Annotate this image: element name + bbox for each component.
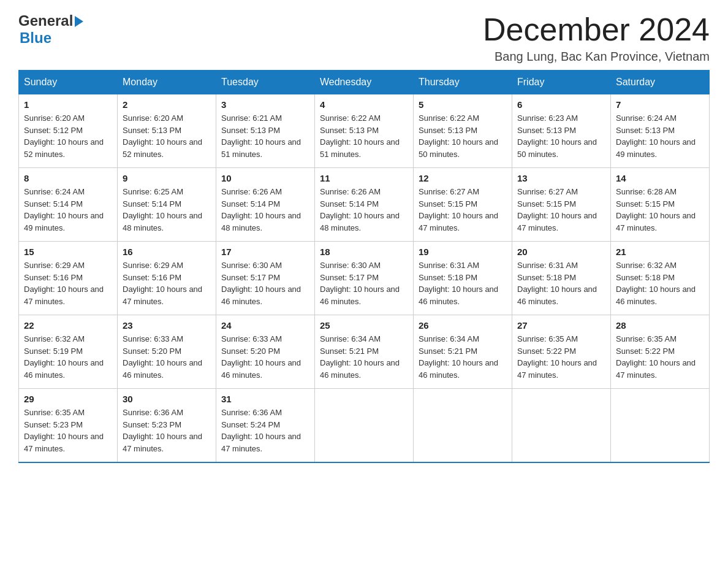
day-number: 28 xyxy=(616,320,704,331)
day-info: Sunrise: 6:35 AMSunset: 5:22 PMDaylight:… xyxy=(616,334,696,380)
calendar-week-row: 1 Sunrise: 6:20 AMSunset: 5:12 PMDayligh… xyxy=(19,94,710,168)
calendar-cell: 23 Sunrise: 6:33 AMSunset: 5:20 PMDaylig… xyxy=(118,315,216,389)
day-info: Sunrise: 6:31 AMSunset: 5:18 PMDaylight:… xyxy=(517,261,597,306)
day-info: Sunrise: 6:21 AMSunset: 5:13 PMDaylight:… xyxy=(221,113,301,159)
day-info: Sunrise: 6:30 AMSunset: 5:17 PMDaylight:… xyxy=(320,261,400,306)
day-info: Sunrise: 6:26 AMSunset: 5:14 PMDaylight:… xyxy=(320,187,400,232)
col-friday: Friday xyxy=(512,71,611,94)
calendar-cell: 18 Sunrise: 6:30 AMSunset: 5:17 PMDaylig… xyxy=(315,242,414,315)
day-info: Sunrise: 6:33 AMSunset: 5:20 PMDaylight:… xyxy=(221,334,301,380)
day-info: Sunrise: 6:22 AMSunset: 5:13 PMDaylight:… xyxy=(419,113,498,159)
header-row: Sunday Monday Tuesday Wednesday Thursday… xyxy=(19,71,710,94)
calendar-cell: 13 Sunrise: 6:27 AMSunset: 5:15 PMDaylig… xyxy=(512,168,611,242)
calendar-cell: 16 Sunrise: 6:29 AMSunset: 5:16 PMDaylig… xyxy=(118,242,216,315)
day-info: Sunrise: 6:27 AMSunset: 5:15 PMDaylight:… xyxy=(517,187,597,232)
logo-general-text: General xyxy=(18,12,73,29)
calendar-week-row: 8 Sunrise: 6:24 AMSunset: 5:14 PMDayligh… xyxy=(19,168,710,242)
day-number: 17 xyxy=(221,247,309,257)
day-info: Sunrise: 6:20 AMSunset: 5:13 PMDaylight:… xyxy=(123,113,202,159)
calendar-cell: 1 Sunrise: 6:20 AMSunset: 5:12 PMDayligh… xyxy=(19,94,118,168)
day-number: 20 xyxy=(517,247,605,257)
day-info: Sunrise: 6:24 AMSunset: 5:13 PMDaylight:… xyxy=(616,113,696,159)
day-number: 11 xyxy=(320,173,408,183)
day-number: 1 xyxy=(24,99,112,110)
day-info: Sunrise: 6:23 AMSunset: 5:13 PMDaylight:… xyxy=(517,113,597,159)
calendar-cell: 8 Sunrise: 6:24 AMSunset: 5:14 PMDayligh… xyxy=(19,168,118,242)
day-info: Sunrise: 6:31 AMSunset: 5:18 PMDaylight:… xyxy=(419,261,498,306)
calendar-cell: 26 Sunrise: 6:34 AMSunset: 5:21 PMDaylig… xyxy=(414,315,512,389)
title-area: December 2024 Bang Lung, Bac Kan Provinc… xyxy=(483,12,710,64)
day-info: Sunrise: 6:28 AMSunset: 5:15 PMDaylight:… xyxy=(616,187,696,232)
day-number: 9 xyxy=(123,173,211,183)
logo-triangle-icon xyxy=(75,16,83,27)
day-number: 16 xyxy=(123,247,211,257)
day-number: 26 xyxy=(419,320,507,331)
calendar-cell: 24 Sunrise: 6:33 AMSunset: 5:20 PMDaylig… xyxy=(216,315,315,389)
day-info: Sunrise: 6:35 AMSunset: 5:23 PMDaylight:… xyxy=(24,408,104,453)
day-number: 13 xyxy=(517,173,605,183)
col-wednesday: Wednesday xyxy=(315,71,414,94)
day-info: Sunrise: 6:27 AMSunset: 5:15 PMDaylight:… xyxy=(419,187,498,232)
day-number: 6 xyxy=(517,99,605,110)
day-number: 7 xyxy=(616,99,704,110)
calendar-cell: 30 Sunrise: 6:36 AMSunset: 5:23 PMDaylig… xyxy=(118,389,216,463)
col-saturday: Saturday xyxy=(611,71,710,94)
calendar-cell: 27 Sunrise: 6:35 AMSunset: 5:22 PMDaylig… xyxy=(512,315,611,389)
col-thursday: Thursday xyxy=(414,71,512,94)
logo-blue-text: Blue xyxy=(20,29,51,47)
calendar-cell: 6 Sunrise: 6:23 AMSunset: 5:13 PMDayligh… xyxy=(512,94,611,168)
calendar-cell: 3 Sunrise: 6:21 AMSunset: 5:13 PMDayligh… xyxy=(216,94,315,168)
calendar-cell: 11 Sunrise: 6:26 AMSunset: 5:14 PMDaylig… xyxy=(315,168,414,242)
month-title: December 2024 xyxy=(483,12,710,47)
day-number: 31 xyxy=(221,394,309,404)
day-number: 27 xyxy=(517,320,605,331)
day-number: 10 xyxy=(221,173,309,183)
day-number: 14 xyxy=(616,173,704,183)
day-info: Sunrise: 6:32 AMSunset: 5:19 PMDaylight:… xyxy=(24,334,104,380)
day-number: 21 xyxy=(616,247,704,257)
calendar-cell xyxy=(611,389,710,463)
calendar-cell: 22 Sunrise: 6:32 AMSunset: 5:19 PMDaylig… xyxy=(19,315,118,389)
day-info: Sunrise: 6:33 AMSunset: 5:20 PMDaylight:… xyxy=(123,334,202,380)
calendar-cell: 20 Sunrise: 6:31 AMSunset: 5:18 PMDaylig… xyxy=(512,242,611,315)
day-info: Sunrise: 6:26 AMSunset: 5:14 PMDaylight:… xyxy=(221,187,301,232)
day-number: 2 xyxy=(123,99,211,110)
calendar-cell: 4 Sunrise: 6:22 AMSunset: 5:13 PMDayligh… xyxy=(315,94,414,168)
day-info: Sunrise: 6:22 AMSunset: 5:13 PMDaylight:… xyxy=(320,113,400,159)
day-number: 30 xyxy=(123,394,211,404)
day-number: 29 xyxy=(24,394,112,404)
page-header: General Blue December 2024 Bang Lung, Ba… xyxy=(18,12,710,64)
calendar-table: Sunday Monday Tuesday Wednesday Thursday… xyxy=(18,70,710,463)
day-number: 15 xyxy=(24,247,112,257)
day-info: Sunrise: 6:36 AMSunset: 5:23 PMDaylight:… xyxy=(123,408,202,453)
calendar-cell: 28 Sunrise: 6:35 AMSunset: 5:22 PMDaylig… xyxy=(611,315,710,389)
calendar-cell xyxy=(315,389,414,463)
calendar-week-row: 29 Sunrise: 6:35 AMSunset: 5:23 PMDaylig… xyxy=(19,389,710,463)
calendar-cell xyxy=(414,389,512,463)
day-number: 23 xyxy=(123,320,211,331)
day-info: Sunrise: 6:36 AMSunset: 5:24 PMDaylight:… xyxy=(221,408,301,453)
calendar-cell: 25 Sunrise: 6:34 AMSunset: 5:21 PMDaylig… xyxy=(315,315,414,389)
col-monday: Monday xyxy=(118,71,216,94)
day-number: 5 xyxy=(419,99,507,110)
day-number: 18 xyxy=(320,247,408,257)
day-number: 8 xyxy=(24,173,112,183)
col-sunday: Sunday xyxy=(19,71,118,94)
calendar-cell: 9 Sunrise: 6:25 AMSunset: 5:14 PMDayligh… xyxy=(118,168,216,242)
day-number: 12 xyxy=(419,173,507,183)
day-info: Sunrise: 6:30 AMSunset: 5:17 PMDaylight:… xyxy=(221,261,301,306)
logo: General Blue xyxy=(18,12,83,47)
calendar-cell: 19 Sunrise: 6:31 AMSunset: 5:18 PMDaylig… xyxy=(414,242,512,315)
calendar-cell: 21 Sunrise: 6:32 AMSunset: 5:18 PMDaylig… xyxy=(611,242,710,315)
col-tuesday: Tuesday xyxy=(216,71,315,94)
calendar-cell: 7 Sunrise: 6:24 AMSunset: 5:13 PMDayligh… xyxy=(611,94,710,168)
day-info: Sunrise: 6:29 AMSunset: 5:16 PMDaylight:… xyxy=(123,261,202,306)
calendar-cell: 15 Sunrise: 6:29 AMSunset: 5:16 PMDaylig… xyxy=(19,242,118,315)
calendar-cell: 14 Sunrise: 6:28 AMSunset: 5:15 PMDaylig… xyxy=(611,168,710,242)
calendar-cell: 29 Sunrise: 6:35 AMSunset: 5:23 PMDaylig… xyxy=(19,389,118,463)
day-info: Sunrise: 6:25 AMSunset: 5:14 PMDaylight:… xyxy=(123,187,202,232)
day-number: 4 xyxy=(320,99,408,110)
calendar-cell: 17 Sunrise: 6:30 AMSunset: 5:17 PMDaylig… xyxy=(216,242,315,315)
calendar-cell: 12 Sunrise: 6:27 AMSunset: 5:15 PMDaylig… xyxy=(414,168,512,242)
calendar-cell: 2 Sunrise: 6:20 AMSunset: 5:13 PMDayligh… xyxy=(118,94,216,168)
